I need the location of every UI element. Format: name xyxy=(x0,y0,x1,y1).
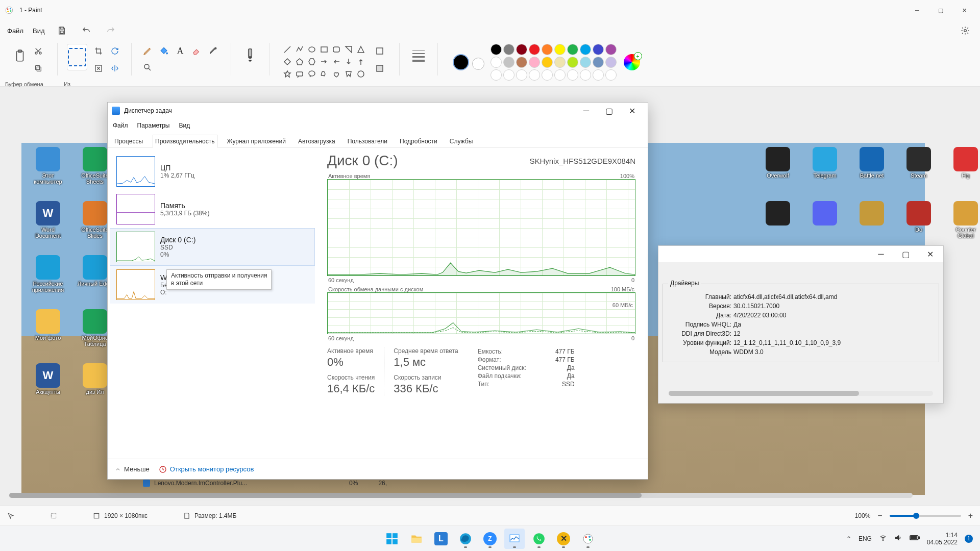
tm-tab[interactable]: Процессы xyxy=(112,135,145,147)
settings-icon[interactable] xyxy=(958,23,973,38)
tm-tab[interactable]: Подробности xyxy=(397,135,440,147)
palette-swatch[interactable] xyxy=(567,69,578,81)
palette-swatch[interactable] xyxy=(542,44,553,55)
taskbar-clock[interactable]: 1:14 04.05.2022 xyxy=(927,532,958,546)
paint-taskbar-icon[interactable] xyxy=(578,529,598,549)
tm-menu-view[interactable]: Вид xyxy=(179,122,190,129)
zoom-icon[interactable]: Z xyxy=(480,529,500,549)
tm-close-button[interactable]: ✕ xyxy=(621,103,644,119)
paste-button[interactable] xyxy=(11,44,29,68)
palette-swatch[interactable] xyxy=(554,57,566,68)
zoom-slider[interactable] xyxy=(890,515,961,517)
select-tool[interactable] xyxy=(67,44,87,70)
horizontal-scrollbar[interactable] xyxy=(9,493,913,498)
magnifier-icon[interactable] xyxy=(140,60,155,74)
palette-swatch[interactable] xyxy=(567,57,578,68)
paint-minimize-button[interactable]: ─ xyxy=(905,0,929,20)
eraser-icon[interactable] xyxy=(189,44,204,58)
taskbar-app-x[interactable]: ✕ xyxy=(553,529,574,549)
language-indicator[interactable]: ENG xyxy=(859,535,872,542)
brush-tool[interactable] xyxy=(241,44,259,68)
shape-fill-icon[interactable] xyxy=(373,61,387,76)
palette-swatch[interactable] xyxy=(503,69,514,81)
palette-swatch[interactable] xyxy=(554,69,566,81)
rotate-icon[interactable] xyxy=(108,44,122,58)
palette-swatch[interactable] xyxy=(580,69,591,81)
tm-titlebar[interactable]: Диспетчер задач ─ ▢ ✕ xyxy=(108,103,648,119)
start-button[interactable] xyxy=(382,529,402,549)
volume-icon[interactable] xyxy=(894,534,902,543)
tm-tab[interactable]: Автозагрузка xyxy=(296,135,338,147)
palette-swatch[interactable] xyxy=(491,69,502,81)
flip-icon[interactable] xyxy=(108,61,122,76)
copy-icon[interactable] xyxy=(31,61,45,76)
palette-swatch[interactable] xyxy=(542,57,553,68)
tm-tab[interactable]: Журнал приложений xyxy=(225,135,288,147)
color1-swatch[interactable] xyxy=(453,54,469,70)
palette-swatch[interactable] xyxy=(605,57,617,68)
sidebar-item-memory[interactable]: Память5,3/13,9 ГБ (38%) xyxy=(110,190,315,228)
paint-close-button[interactable]: ✕ xyxy=(952,0,976,20)
tm-minimize-button[interactable]: ─ xyxy=(575,103,598,119)
zoom-in-button[interactable]: + xyxy=(968,511,973,520)
stroke-size-button[interactable] xyxy=(409,44,428,68)
fewer-details-button[interactable]: Меньше xyxy=(115,465,150,473)
palette-swatch[interactable] xyxy=(593,57,604,68)
cut-icon[interactable] xyxy=(31,44,45,58)
palette-swatch[interactable] xyxy=(567,44,578,55)
dx-maximize-button[interactable]: ▢ xyxy=(894,247,917,261)
palette-swatch[interactable] xyxy=(605,69,617,81)
taskbar-app-l[interactable]: L xyxy=(431,529,451,549)
tray-chevron-icon[interactable]: ⌃ xyxy=(846,535,851,542)
crop-icon[interactable] xyxy=(91,44,106,58)
paint-maximize-button[interactable]: ▢ xyxy=(929,0,952,20)
undo-icon[interactable] xyxy=(79,23,94,38)
color2-swatch[interactable] xyxy=(472,58,484,70)
palette-swatch[interactable] xyxy=(593,44,604,55)
paint-menu-view[interactable]: Вид xyxy=(33,27,45,35)
sidebar-item-disk[interactable]: Диск 0 (C:)SSD0% xyxy=(110,228,315,266)
shape-outline-icon[interactable] xyxy=(373,44,387,58)
palette-swatch[interactable] xyxy=(542,69,553,81)
palette-swatch[interactable] xyxy=(554,44,566,55)
color-palette[interactable] xyxy=(491,44,617,81)
palette-swatch[interactable] xyxy=(491,57,502,68)
palette-swatch[interactable] xyxy=(491,44,502,55)
wifi-icon[interactable] xyxy=(879,534,887,543)
palette-swatch[interactable] xyxy=(529,57,540,68)
taskmgr-taskbar-icon[interactable] xyxy=(504,529,525,549)
taskbar[interactable]: L Z ✕ ⌃ ENG 1:14 04.05.2022 1 xyxy=(0,525,980,551)
palette-swatch[interactable] xyxy=(529,44,540,55)
system-tray[interactable]: ⌃ ENG 1:14 04.05.2022 1 xyxy=(846,532,980,546)
tm-maximize-button[interactable]: ▢ xyxy=(598,103,621,119)
battery-icon[interactable] xyxy=(910,534,920,543)
palette-swatch[interactable] xyxy=(503,57,514,68)
fill-icon[interactable] xyxy=(157,44,171,58)
tm-menu-file[interactable]: Файл xyxy=(113,122,128,129)
tm-menu-params[interactable]: Параметры xyxy=(137,122,170,129)
palette-swatch[interactable] xyxy=(516,69,527,81)
paint-titlebar[interactable]: 1 - Paint ─ ▢ ✕ xyxy=(0,0,980,20)
open-resource-monitor-link[interactable]: Открыть монитор ресурсов xyxy=(159,465,254,473)
palette-swatch[interactable] xyxy=(529,69,540,81)
dx-close-button[interactable]: ✕ xyxy=(919,247,941,261)
zoom-out-button[interactable]: − xyxy=(877,511,882,520)
edit-colors-button[interactable] xyxy=(624,54,640,70)
pencil-icon[interactable] xyxy=(140,44,155,58)
sidebar-item-cpu[interactable]: ЦП1% 2,67 ГГц xyxy=(110,153,315,190)
edge-icon[interactable] xyxy=(455,529,476,549)
palette-swatch[interactable] xyxy=(593,69,604,81)
tm-tab[interactable]: Службы xyxy=(447,135,475,147)
whatsapp-icon[interactable] xyxy=(529,529,549,549)
redo-icon[interactable] xyxy=(103,23,118,38)
save-icon[interactable] xyxy=(54,23,69,38)
eyedropper-icon[interactable] xyxy=(206,44,220,58)
resize-icon[interactable] xyxy=(91,61,106,76)
palette-swatch[interactable] xyxy=(605,44,617,55)
shapes-gallery[interactable] xyxy=(282,44,366,80)
text-icon[interactable]: A xyxy=(173,44,187,58)
palette-swatch[interactable] xyxy=(516,57,527,68)
notification-badge[interactable]: 1 xyxy=(965,535,973,543)
palette-swatch[interactable] xyxy=(516,44,527,55)
dx-minimize-button[interactable]: ─ xyxy=(870,247,892,261)
